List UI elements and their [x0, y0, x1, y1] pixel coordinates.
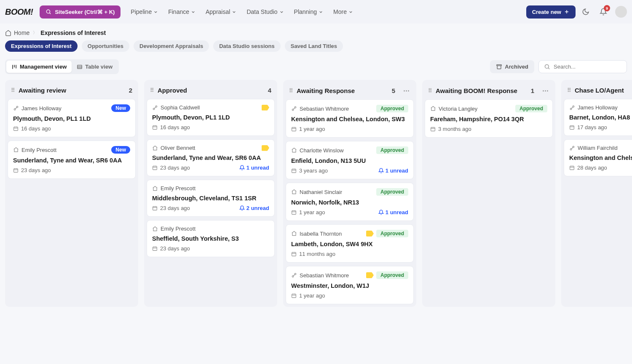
card[interactable]: Oliver Bennett Sunderland, Tyne and Wear… — [147, 139, 275, 176]
svg-point-0 — [47, 10, 50, 13]
svg-rect-50 — [292, 169, 296, 173]
card-title: Sunderland, Tyne and Wear, SR6 0AA — [152, 154, 269, 161]
calendar-icon — [569, 125, 575, 130]
logo: BOOM! — [5, 7, 33, 17]
card[interactable]: Victoria Langley Approved Fareham, Hamps… — [425, 99, 553, 138]
column-header: ⠿ Approved 4 — [147, 82, 275, 99]
nav-item[interactable]: Appraisal — [206, 8, 236, 15]
user-avatar[interactable] — [615, 6, 627, 18]
card[interactable]: Emily Prescott Middlesbrough, Cleveland,… — [147, 180, 275, 217]
kanban-column: ⠿ Awaiting review 2 James Holloway New P… — [5, 80, 138, 307]
card-title: Sheffield, South Yorkshire, S3 — [152, 235, 269, 242]
card-title: Kensington and Chels — [569, 154, 632, 161]
kanban-column: ⠿ Awaiting Response 5 ⋯ Sebastian Whitmo… — [283, 80, 416, 307]
grip-icon[interactable]: ⠿ — [11, 87, 15, 93]
archived-button[interactable]: Archived — [490, 60, 534, 73]
main-nav: PipelineFinanceAppraisalData StudioPlann… — [131, 8, 353, 15]
card[interactable]: Emily Prescott New Sunderland, Tyne and … — [8, 141, 136, 179]
card-title: Fareham, Hampshire, PO14 3QR — [430, 116, 547, 122]
column-count: 1 — [531, 87, 534, 94]
theme-toggle[interactable] — [578, 4, 593, 19]
svg-line-82 — [571, 147, 573, 149]
grip-icon[interactable]: ⠿ — [150, 87, 154, 93]
card-title: Kensington and Chelsea, London, SW3 — [291, 116, 408, 122]
svg-rect-20 — [14, 169, 18, 173]
card-person: Charlotte Winslow — [300, 147, 374, 154]
nav-item[interactable]: Planning — [294, 8, 324, 15]
breadcrumb-home[interactable]: Home — [5, 29, 29, 36]
card-person: Sebastian Whitmore — [300, 106, 374, 112]
search-input[interactable] — [554, 64, 624, 70]
nav-item[interactable]: More — [333, 8, 353, 15]
card-title: Enfield, London, N13 5UU — [291, 157, 408, 164]
nav-item[interactable]: Finance — [168, 8, 195, 15]
card[interactable]: William Fairchild Kensington and Chels 2… — [564, 139, 632, 176]
calendar-icon — [291, 251, 297, 257]
tab[interactable]: Expressions of Interest — [5, 40, 78, 52]
column-count: 5 — [392, 87, 395, 94]
unread-indicator: 1 unread — [239, 165, 269, 171]
home-icon — [430, 106, 436, 112]
grip-icon[interactable]: ⠿ — [289, 88, 293, 94]
grip-icon[interactable]: ⠿ — [567, 87, 571, 93]
card[interactable]: James Holloway New Plymouth, Devon, PL1 … — [8, 99, 136, 137]
svg-rect-16 — [14, 127, 18, 131]
home-icon — [291, 147, 297, 153]
site-seeker-button[interactable]: SiteSeeker (Ctrl/⌘ + K) — [40, 5, 121, 19]
column-menu[interactable]: ⋯ — [541, 87, 549, 94]
svg-rect-69 — [431, 128, 435, 131]
nav-item[interactable]: Pipeline — [131, 8, 158, 15]
tag-icon — [262, 145, 269, 151]
chevron-down-icon — [348, 10, 353, 14]
svg-line-45 — [293, 108, 295, 109]
card-time: 28 days ago — [577, 165, 607, 171]
column-header: ⠿ Awaiting review 2 — [8, 82, 136, 99]
calendar-icon — [291, 168, 297, 173]
card[interactable]: Sebastian Whitmore Approved Kensington a… — [286, 99, 414, 138]
create-new-button[interactable]: Create new — [526, 5, 576, 19]
management-view-button[interactable]: Management view — [6, 61, 72, 73]
notifications-button[interactable]: 9 — [596, 4, 611, 19]
tab[interactable]: Development Appraisals — [134, 40, 209, 52]
chevron-down-icon — [191, 10, 195, 14]
table-icon — [77, 64, 83, 70]
card-title: Sunderland, Tyne and Wear, SR6 0AA — [13, 157, 130, 164]
card-time: 1 year ago — [299, 126, 325, 132]
svg-rect-65 — [292, 294, 296, 298]
calendar-icon — [291, 210, 297, 215]
card[interactable]: Sebastian Whitmore Approved Westminster,… — [286, 266, 414, 304]
home-icon — [291, 189, 297, 195]
calendar-icon — [13, 167, 19, 173]
card-person: Emily Prescott — [21, 147, 109, 153]
tab[interactable]: Opportunities — [82, 40, 129, 52]
chevron-down-icon — [153, 10, 158, 14]
card[interactable]: Nathaniel Sinclair Approved Norwich, Nor… — [286, 183, 414, 221]
grip-icon[interactable]: ⠿ — [428, 88, 432, 94]
home-icon — [152, 186, 158, 191]
tag-icon — [366, 231, 374, 236]
calendar-icon — [291, 126, 297, 132]
calendar-icon — [13, 126, 19, 131]
breadcrumb: Home 〉 Expressions of Interest — [0, 24, 632, 40]
card[interactable]: Charlotte Winslow Approved Enfield, Lond… — [286, 141, 414, 179]
card-time: 16 days ago — [21, 125, 51, 132]
link-icon — [13, 105, 19, 111]
nav-item[interactable]: Data Studio — [246, 8, 284, 15]
column-title: Awaiting BOOM! Response — [436, 87, 517, 94]
svg-point-11 — [545, 65, 549, 69]
notification-count: 9 — [604, 5, 610, 11]
unread-indicator: 1 unread — [378, 167, 408, 174]
card-title: Middlesbrough, Cleveland, TS1 1SR — [152, 195, 269, 202]
tab[interactable]: Saved Land Titles — [285, 40, 343, 52]
card[interactable]: James Holloway Barnet, London, HA8 17 da… — [564, 99, 632, 136]
breadcrumb-current: Expressions of Interest — [40, 29, 106, 36]
card[interactable]: Sophia Caldwell Plymouth, Devon, PL1 1LD… — [147, 99, 275, 136]
column-header: ⠿ Awaiting Response 5 ⋯ — [286, 82, 414, 99]
column-header: ⠿ Awaiting BOOM! Response 1 ⋯ — [425, 82, 553, 99]
table-view-button[interactable]: Table view — [72, 61, 118, 73]
card[interactable]: Emily Prescott Sheffield, South Yorkshir… — [147, 220, 275, 257]
card-title: Plymouth, Devon, PL1 1LD — [152, 114, 269, 121]
tab[interactable]: Data Studio sessions — [213, 40, 280, 52]
card[interactable]: Isabella Thornton Approved Lambeth, Lond… — [286, 224, 414, 263]
column-menu[interactable]: ⋯ — [402, 87, 410, 94]
